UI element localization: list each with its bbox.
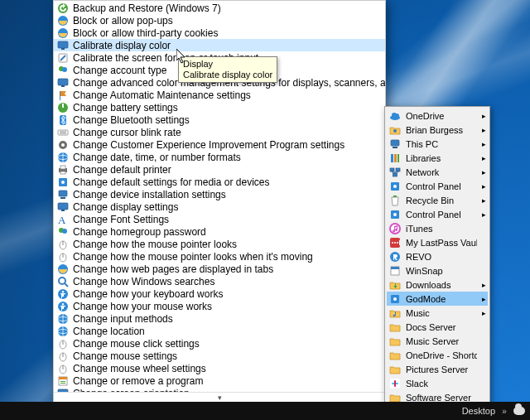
- flyout-item[interactable]: REVO: [387, 249, 488, 263]
- control-item-label: Change how your keyboard works: [73, 288, 223, 300]
- control-item-label: Change how the mouse pointer looks: [73, 239, 237, 250]
- ie-icon: [56, 263, 70, 275]
- folder-icon: [388, 349, 402, 362]
- submenu-arrow-icon: ▸: [481, 196, 486, 205]
- tablet-icon: [56, 52, 70, 64]
- control-item[interactable]: Change Bluetooth settings: [54, 113, 385, 126]
- control-item[interactable]: Change default printer: [54, 163, 385, 176]
- control-item-label: Change display settings: [73, 201, 178, 213]
- tooltip-subtitle: Calibrate display color: [183, 70, 272, 80]
- itunes-icon: [388, 222, 402, 235]
- flag-icon: [56, 89, 70, 101]
- control-item[interactable]: Change homegroup password: [54, 225, 385, 238]
- taskbar: Desktop »: [0, 402, 530, 420]
- chart-icon: [56, 139, 70, 151]
- flyout-item[interactable]: OneDrive - Shortcut: [387, 348, 488, 362]
- winsnap-icon: [388, 264, 402, 278]
- control-item[interactable]: Change how web pages are displayed in ta…: [54, 263, 385, 275]
- mouse-icon: [56, 338, 70, 350]
- flyout-item[interactable]: Music▸: [387, 306, 488, 320]
- godmode-icon: [388, 292, 402, 306]
- control-item-label: Change or remove a program: [73, 375, 203, 387]
- flyout-item-label: iTunes: [406, 224, 477, 234]
- flyout-item[interactable]: Libraries▸: [387, 151, 488, 165]
- flyout-item[interactable]: Slack: [387, 376, 488, 390]
- flyout-item[interactable]: GodMode▸: [387, 292, 488, 306]
- lang-icon: [56, 313, 70, 325]
- submenu-arrow-icon: ▸: [481, 126, 486, 134]
- thispc-icon: [388, 138, 402, 151]
- control-item[interactable]: Change device installation settings: [54, 188, 385, 200]
- font-icon: [56, 214, 70, 225]
- flyout-item[interactable]: Control Panel▸: [387, 179, 488, 193]
- control-item[interactable]: Change battery settings: [54, 101, 385, 113]
- control-item[interactable]: Block or allow third-party cookies: [54, 27, 385, 39]
- onedrive-tray-icon[interactable]: [513, 407, 525, 415]
- printer-icon: [56, 164, 70, 176]
- flyout-item[interactable]: Music Server: [387, 334, 488, 348]
- control-item-label: Change mouse settings: [73, 350, 177, 362]
- control-item-label: Change location: [73, 326, 145, 337]
- control-item-label: Change mouse click settings: [73, 338, 200, 350]
- control-item[interactable]: Change date, time, or number formats: [54, 151, 385, 163]
- region-icon: [56, 326, 70, 337]
- control-item[interactable]: Change how the mouse pointer looks: [54, 238, 385, 250]
- flyout-item[interactable]: Network▸: [387, 165, 488, 179]
- control-item-label: Change Font Settings: [73, 214, 169, 225]
- flyout-item[interactable]: Brian Burgess▸: [387, 123, 488, 137]
- flyout-item[interactable]: Recycle Bin▸: [387, 193, 488, 207]
- control-item[interactable]: Change how Windows searches: [54, 275, 385, 287]
- control-item[interactable]: Change how the mouse pointer looks when …: [54, 250, 385, 263]
- folder-icon: [388, 363, 402, 376]
- flyout-item-label: Music: [406, 308, 477, 318]
- tooltip: Display Calibrate display color: [178, 56, 277, 83]
- control-item[interactable]: Change mouse settings: [54, 350, 385, 362]
- control-item[interactable]: Change mouse click settings: [54, 337, 385, 350]
- user-folder-icon: [388, 123, 402, 137]
- flyout-item[interactable]: Downloads▸: [387, 278, 488, 292]
- flyout-item[interactable]: iTunes: [387, 221, 488, 235]
- control-item[interactable]: Calibrate display color: [54, 39, 385, 51]
- control-item-label: Change mouse wheel settings: [73, 363, 206, 374]
- control-item[interactable]: Change Customer Experience Improvement P…: [54, 138, 385, 151]
- flyout-item-label: This PC: [406, 139, 477, 149]
- flyout-item[interactable]: WinSnap: [387, 263, 488, 278]
- control-item[interactable]: Block or allow pop-ups: [54, 14, 385, 27]
- control-item[interactable]: Backup and Restore (Windows 7): [54, 2, 385, 14]
- flyout-item-label: Pictures Server: [406, 364, 477, 374]
- control-item[interactable]: Change location: [54, 325, 385, 337]
- control-item-label: Change default settings for media or dev…: [73, 176, 269, 188]
- desktop-toolbar-label[interactable]: Desktop: [462, 406, 495, 416]
- control-item[interactable]: Change or remove a program: [54, 374, 385, 387]
- flyout-item[interactable]: Pictures Server: [387, 362, 488, 376]
- control-item[interactable]: Change how your keyboard works: [54, 287, 385, 300]
- flyout-item-label: Recycle Bin: [406, 196, 477, 205]
- submenu-arrow-icon: ▸: [481, 281, 486, 289]
- flyout-item-label: Libraries: [406, 153, 477, 163]
- flyout-item-label: Downloads: [406, 280, 477, 290]
- flyout-item[interactable]: OneDrive▸: [387, 109, 488, 123]
- homegroup-icon: [56, 226, 70, 238]
- flyout-item[interactable]: My LastPass Vault: [387, 235, 488, 249]
- lastpass-icon: [388, 236, 402, 249]
- control-item[interactable]: Change default settings for media or dev…: [54, 176, 385, 188]
- control-item[interactable]: Change how your mouse works: [54, 300, 385, 312]
- control-item[interactable]: Change Font Settings: [54, 213, 385, 225]
- desktop-toolbar-chevron-icon[interactable]: »: [500, 405, 508, 417]
- control-item-label: Backup and Restore (Windows 7): [73, 2, 221, 14]
- flyout-item-label: Software Server: [406, 393, 477, 403]
- flyout-item[interactable]: Control Panel▸: [387, 207, 488, 221]
- display-icon: [56, 201, 70, 213]
- control-item[interactable]: Change Automatic Maintenance settings: [54, 89, 385, 101]
- control-item-label: Calibrate display color: [73, 40, 171, 51]
- flyout-item[interactable]: This PC▸: [387, 137, 488, 151]
- ease-icon: [56, 301, 70, 312]
- mouse-icon: [56, 350, 70, 362]
- control-item[interactable]: Change cursor blink rate: [54, 126, 385, 138]
- control-item[interactable]: Change display settings: [54, 200, 385, 213]
- ie-icon: [56, 15, 70, 27]
- control-item-label: Change device installation settings: [73, 189, 226, 200]
- control-item[interactable]: Change mouse wheel settings: [54, 362, 385, 374]
- control-item[interactable]: Change input methods: [54, 312, 385, 325]
- flyout-item[interactable]: Docs Server: [387, 320, 488, 334]
